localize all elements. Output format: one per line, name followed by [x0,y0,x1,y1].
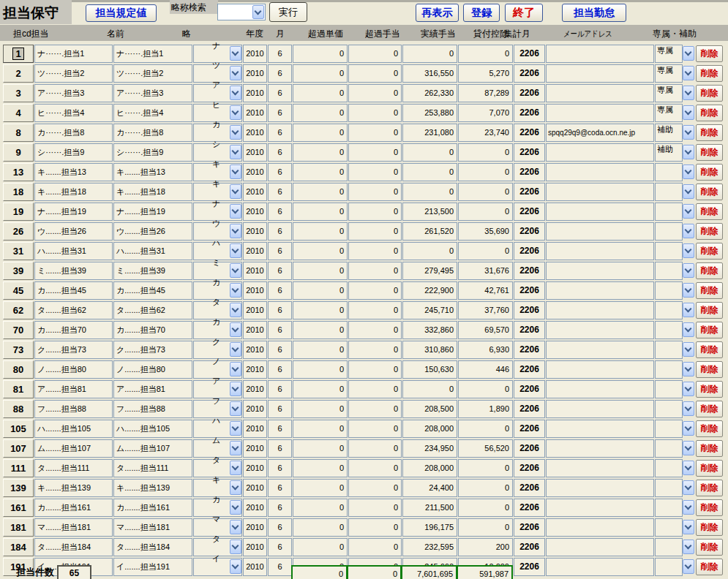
delete-button[interactable]: 削除 [696,85,723,102]
delete-button[interactable]: 削除 [696,460,723,477]
mail-address-field[interactable] [546,301,654,319]
chevron-down-icon[interactable] [230,263,241,278]
mail-address-field[interactable] [546,203,654,221]
tanto-field[interactable]: タ.......担当62 [34,301,113,319]
cd-cell[interactable]: 19 [3,203,34,221]
kashitsuke-kojo-field[interactable]: 5,270 [458,64,513,83]
senzoku-hojo-field[interactable] [655,400,683,418]
name-field[interactable]: ハ.......担当105 [113,420,192,438]
name-field[interactable]: シ······.担当9 [113,143,192,162]
choka-tanka-field[interactable]: 0 [293,380,348,398]
mail-address-field[interactable] [546,459,654,477]
cd-cell[interactable]: 107 [3,439,34,458]
name-field[interactable]: ア.......担当81 [113,380,192,398]
choka-tanka-field[interactable]: 0 [293,222,348,241]
name-field[interactable]: カ······.担当8 [113,124,192,142]
jisseki-teate-field[interactable]: 0 [402,45,457,63]
name-field[interactable]: タ.......担当184 [113,538,192,556]
chevron-down-icon[interactable] [683,86,694,100]
senzoku-hojo-field[interactable] [655,301,683,319]
nendo-field[interactable]: 2010 [243,262,267,280]
kashitsuke-kojo-field[interactable]: 0 [458,203,513,221]
nendo-field[interactable]: 2010 [243,459,267,477]
mail-address-field[interactable] [546,281,654,300]
tanto-field[interactable]: マ.......担当181 [34,518,113,537]
tanto-field[interactable]: ハ.......担当105 [34,420,113,438]
mail-address-field[interactable] [546,538,654,556]
delete-button[interactable]: 削除 [696,144,723,161]
delete-button[interactable]: 削除 [696,499,723,516]
chevron-down-icon[interactable] [683,46,694,61]
jisseki-teate-field[interactable]: 208,000 [402,459,457,477]
jisseki-teate-field[interactable]: 253,880 [402,104,457,122]
kashitsuke-kojo-field[interactable]: 0 [458,45,513,63]
chevron-down-icon[interactable] [230,145,241,159]
choka-teate-field[interactable]: 0 [348,262,402,280]
choka-tanka-field[interactable]: 0 [293,124,348,142]
kashitsuke-kojo-field[interactable]: 0 [458,459,513,477]
chevron-down-icon[interactable] [230,125,241,140]
name-field[interactable]: タ.......担当111 [113,459,192,477]
jisseki-teate-field[interactable]: 0 [402,183,457,201]
nendo-field[interactable]: 2010 [243,360,267,379]
mail-address-field[interactable] [546,400,654,418]
choka-tanka-field[interactable]: 0 [293,45,348,63]
senzoku-hojo-field[interactable] [655,459,683,477]
exec-button[interactable]: 実行 [269,2,307,22]
mail-address-field[interactable] [546,222,654,241]
kashitsuke-kojo-field[interactable]: 1,890 [458,400,513,418]
choka-teate-field[interactable]: 0 [348,380,402,398]
choka-teate-field[interactable]: 0 [348,222,402,241]
mail-address-field[interactable] [546,321,654,339]
chevron-down-icon[interactable] [230,461,241,475]
choka-teate-field[interactable]: 0 [348,321,402,339]
tanto-field[interactable]: ナ······.担当1 [34,45,113,63]
cd-cell[interactable]: 139 [3,479,34,497]
mail-address-field[interactable] [546,518,654,537]
senzoku-hojo-field[interactable] [655,262,683,280]
kashitsuke-kojo-field[interactable]: 0 [458,242,513,260]
senzoku-hojo-field[interactable] [655,222,683,241]
choka-teate-field[interactable]: 0 [348,459,402,477]
nendo-field[interactable]: 2010 [243,558,267,576]
choka-tanka-field[interactable]: 0 [293,64,348,83]
chevron-down-icon[interactable] [683,204,694,219]
name-field[interactable]: ウ.......担当26 [113,222,192,241]
tanto-field[interactable]: タ.......担当184 [34,538,113,556]
choka-tanka-field[interactable]: 0 [293,341,348,359]
tanto-field[interactable]: ク.......担当73 [34,341,113,359]
choka-tanka-field[interactable]: 0 [293,301,348,319]
senzoku-hojo-field[interactable] [655,380,683,398]
senzoku-hojo-field[interactable]: 専属 [655,64,683,83]
tsuki-field[interactable]: 6 [268,499,292,517]
tanto-field[interactable]: カ······.担当8 [34,124,113,142]
tanto-field[interactable]: ハ.......担当31 [34,242,113,260]
tsuki-field[interactable]: 6 [268,459,292,477]
chevron-down-icon[interactable] [230,46,241,61]
delete-button[interactable]: 削除 [696,420,723,437]
choka-tanka-field[interactable]: 0 [293,420,348,438]
chevron-down-icon[interactable] [683,145,694,159]
chevron-down-icon[interactable] [230,559,241,574]
chevron-down-icon[interactable] [683,480,694,495]
choka-tanka-field[interactable]: 0 [293,321,348,339]
choka-tanka-field[interactable]: 0 [293,479,348,497]
tanto-field[interactable]: キ.......担当18 [34,183,113,201]
delete-button[interactable]: 削除 [696,381,723,398]
kashitsuke-kojo-field[interactable]: 0 [458,499,513,517]
mail-address-field[interactable] [546,341,654,359]
chevron-down-icon[interactable] [683,520,694,534]
choka-teate-field[interactable]: 0 [348,301,402,319]
jisseki-teate-field[interactable]: 150,630 [402,360,457,379]
jisseki-teate-field[interactable]: 0 [402,380,457,398]
name-field[interactable]: イ.......担当191 [113,558,192,576]
jisseki-teate-field[interactable]: 196,175 [402,518,457,537]
delete-button[interactable]: 削除 [696,223,723,240]
chevron-down-icon[interactable] [683,164,694,179]
delete-button[interactable]: 削除 [696,480,723,496]
tsuki-field[interactable]: 6 [268,341,292,359]
senzoku-hojo-field[interactable] [655,420,683,438]
kashitsuke-kojo-field[interactable]: 56,520 [458,439,513,458]
senzoku-hojo-field[interactable] [655,163,683,181]
choka-teate-field[interactable]: 0 [348,518,402,537]
